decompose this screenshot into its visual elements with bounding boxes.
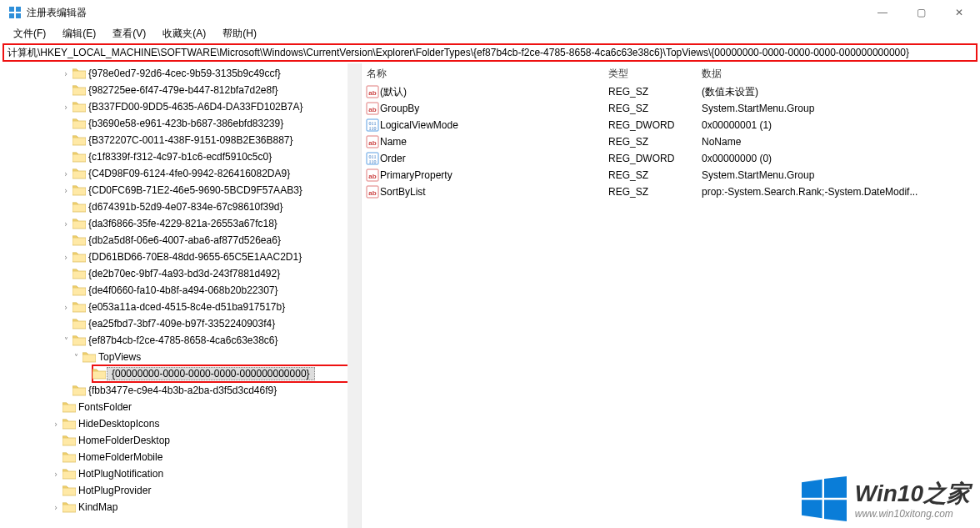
tree-item-label: {CD0FC69B-71E2-46e5-9690-5BCD9F57AAB3}: [87, 184, 308, 196]
svg-rect-2: [9, 13, 14, 18]
expander-icon[interactable]: ›: [60, 303, 72, 312]
tree-item[interactable]: ›HideDesktopIcons: [0, 415, 361, 432]
registry-values[interactable]: 名称 类型 数据 ab(默认)REG_SZ(数值未设置)abGroupByREG…: [362, 63, 980, 528]
menu-file[interactable]: 文件(F): [5, 25, 54, 43]
value-data: (数值未设置): [697, 85, 980, 99]
folder-icon: [72, 168, 87, 179]
svg-rect-1: [16, 7, 21, 12]
value-type: REG_DWORD: [603, 119, 697, 131]
value-type: REG_SZ: [603, 103, 697, 114]
value-row[interactable]: abSortByListREG_SZprop:-System.Search.Ra…: [362, 184, 980, 200]
tree-item-label: {b3690e58-e961-423b-b687-386ebfd83239}: [87, 118, 288, 129]
folder-icon: [62, 468, 77, 480]
tree-item-selected[interactable]: {00000000-0000-0000-0000-000000000000}: [0, 365, 361, 382]
folder-icon: [72, 218, 87, 229]
tree-item[interactable]: {b3690e58-e961-423b-b687-386ebfd83239}: [0, 115, 361, 132]
menu-favorites[interactable]: 收藏夹(A): [154, 25, 214, 43]
tree-item-label: {DD61BD66-70E8-48dd-9655-65C5E1AAC2D1}: [87, 251, 307, 263]
svg-text:ab: ab: [368, 106, 376, 113]
tree-item[interactable]: {B372207C-0011-438F-9151-098B2E36B887}: [0, 132, 361, 148]
menu-edit[interactable]: 编辑(E): [54, 25, 104, 43]
tree-item[interactable]: {982725ee-6f47-479e-b447-812bfa7d2e8f}: [0, 82, 361, 98]
col-header-data[interactable]: 数据: [697, 63, 980, 84]
tree-item[interactable]: HomeFolderMobile: [0, 449, 361, 465]
tree-item[interactable]: ˅TopViews: [0, 349, 361, 365]
tree-item[interactable]: ˅{ef87b4cb-f2ce-4785-8658-4ca6c63e38c6}: [0, 332, 361, 349]
expander-icon[interactable]: ›: [60, 186, 72, 195]
tree-item[interactable]: {c1f8339f-f312-4c97-b1c6-ecdf5910c5c0}: [0, 148, 361, 165]
value-name: GroupBy: [380, 103, 419, 114]
tree-item[interactable]: ›{DD61BD66-70E8-48dd-9655-65C5E1AAC2D1}: [0, 249, 361, 265]
tree-item[interactable]: HotPlugProvider: [0, 482, 361, 499]
titlebar: 注册表编辑器 — ▢ ✕: [0, 0, 980, 25]
main-content: ›{978e0ed7-92d6-4cec-9b59-3135b9c49ccf}{…: [0, 63, 980, 528]
folder-icon: [72, 234, 87, 246]
string-value-icon: ab: [365, 102, 380, 115]
menu-view[interactable]: 查看(V): [104, 25, 154, 43]
watermark-url: www.win10xitong.com: [855, 508, 970, 520]
svg-text:110: 110: [369, 126, 377, 131]
tree-item[interactable]: ›{978e0ed7-92d6-4cec-9b59-3135b9c49ccf}: [0, 65, 361, 82]
tree-item[interactable]: ›KindMap: [0, 499, 361, 515]
expander-icon[interactable]: ›: [60, 103, 72, 112]
folder-icon: [72, 284, 87, 296]
tree-item[interactable]: FontsFolder: [0, 399, 361, 415]
folder-icon: [72, 84, 87, 96]
tree-item-label: {e053a11a-dced-4515-8c4e-d51ba917517b}: [87, 301, 290, 313]
tree-item[interactable]: {de4f0660-fa10-4b8f-a494-068b20b22307}: [0, 282, 361, 299]
maximize-button[interactable]: ▢: [902, 0, 940, 25]
expander-icon[interactable]: ›: [60, 253, 72, 262]
expander-icon[interactable]: ›: [50, 470, 62, 479]
address-path[interactable]: 计算机\HKEY_LOCAL_MACHINE\SOFTWARE\Microsof…: [8, 46, 909, 60]
expander-icon[interactable]: ˅: [70, 353, 82, 362]
tree-item-label: {978e0ed7-92d6-4cec-9b59-3135b9c49ccf}: [87, 68, 286, 79]
folder-icon: [72, 301, 87, 313]
value-name: SortByList: [380, 186, 426, 198]
tree-item[interactable]: ›{B337FD00-9DD5-4635-A6D4-DA33FD102B7A}: [0, 98, 361, 115]
tree-item-label: {c1f8339f-f312-4c97-b1c6-ecdf5910c5c0}: [87, 151, 277, 163]
minimize-button[interactable]: —: [863, 0, 902, 25]
value-type: REG_SZ: [603, 136, 697, 148]
expander-icon[interactable]: ›: [50, 420, 62, 429]
svg-marker-21: [824, 476, 847, 498]
close-button[interactable]: ✕: [940, 0, 978, 25]
col-header-name[interactable]: 名称: [362, 63, 603, 84]
tree-item[interactable]: {db2a5d8f-06e6-4007-aba6-af877d526ea6}: [0, 232, 361, 249]
folder-icon: [62, 485, 77, 496]
value-row[interactable]: abPrimaryPropertyREG_SZSystem.StartMenu.…: [362, 167, 980, 184]
tree-item[interactable]: {ea25fbd7-3bf7-409e-b97f-3352240903f4}: [0, 315, 361, 332]
tree-item[interactable]: HomeFolderDesktop: [0, 432, 361, 449]
tree-item[interactable]: ›{da3f6866-35fe-4229-821a-26553a67fc18}: [0, 215, 361, 232]
tree-item[interactable]: ›HotPlugNotification: [0, 465, 361, 482]
expander-icon[interactable]: ›: [50, 503, 62, 512]
value-row[interactable]: abNameREG_SZNoName: [362, 133, 980, 150]
tree-item[interactable]: ›{e053a11a-dced-4515-8c4e-d51ba917517b}: [0, 299, 361, 315]
folder-icon: [72, 334, 87, 346]
value-row[interactable]: 011110LogicalViewModeREG_DWORD0x00000001…: [362, 117, 980, 133]
expander-icon[interactable]: ›: [60, 169, 72, 179]
value-type: REG_SZ: [603, 169, 697, 181]
tree-item[interactable]: {d674391b-52d9-4e07-834e-67c98610f39d}: [0, 199, 361, 215]
list-header[interactable]: 名称 类型 数据: [362, 63, 980, 83]
tree-item[interactable]: {fbb3477e-c9e4-4b3b-a2ba-d3f5d3cd46f9}: [0, 382, 361, 399]
tree-item[interactable]: ›{CD0FC69B-71E2-46e5-9690-5BCD9F57AAB3}: [0, 182, 361, 199]
expander-icon[interactable]: ›: [60, 69, 72, 78]
tree-item-label: TopViews: [97, 351, 146, 363]
expander-icon[interactable]: ›: [60, 219, 72, 229]
value-row[interactable]: 011110OrderREG_DWORD0x00000000 (0): [362, 150, 980, 167]
string-value-icon: ab: [365, 85, 380, 98]
menu-help[interactable]: 帮助(H): [214, 25, 265, 43]
folder-icon: [72, 201, 87, 213]
folder-icon: [82, 351, 97, 363]
svg-marker-20: [802, 480, 822, 498]
expander-icon[interactable]: ˅: [60, 336, 72, 345]
value-row[interactable]: ab(默认)REG_SZ(数值未设置): [362, 83, 980, 100]
value-type: REG_SZ: [603, 86, 697, 98]
value-row[interactable]: abGroupByREG_SZSystem.StartMenu.Group: [362, 100, 980, 117]
tree-item[interactable]: ›{C4D98F09-6124-4fe0-9942-826416082DA9}: [0, 165, 361, 182]
address-bar[interactable]: 计算机\HKEY_LOCAL_MACHINE\SOFTWARE\Microsof…: [2, 43, 978, 62]
registry-tree[interactable]: ›{978e0ed7-92d6-4cec-9b59-3135b9c49ccf}{…: [0, 63, 362, 528]
col-header-type[interactable]: 类型: [603, 63, 697, 84]
value-data: 0x00000000 (0): [697, 153, 980, 164]
tree-item[interactable]: {de2b70ec-9bf7-4a93-bd3d-243f7881d492}: [0, 265, 361, 282]
